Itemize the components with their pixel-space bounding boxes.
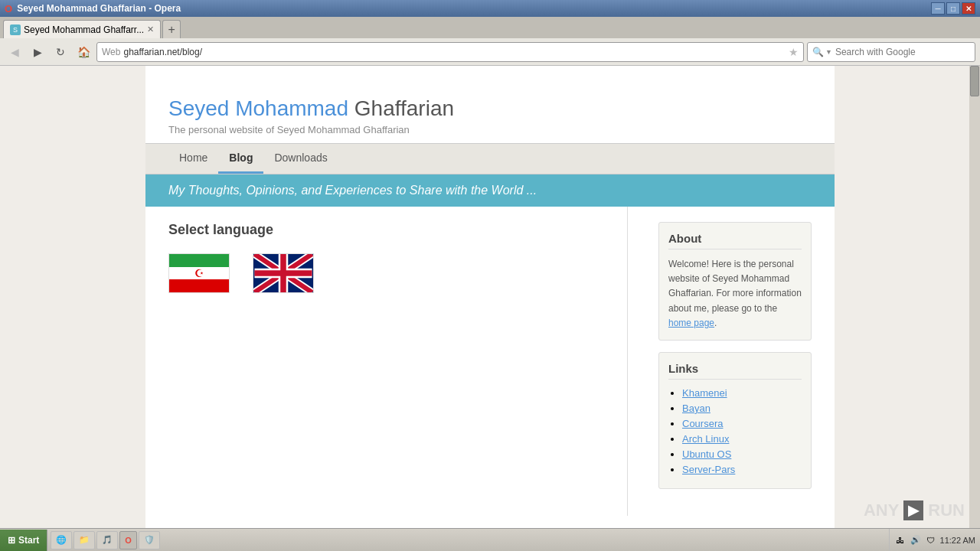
link-bayan[interactable]: Bayan xyxy=(682,403,710,414)
back-button[interactable]: ◀ xyxy=(5,42,24,62)
anyrun-logo: ▶ xyxy=(903,500,923,520)
speaker-icon[interactable]: 🔊 xyxy=(910,534,922,546)
window-title: Seyed Mohammad Ghaffarian - Opera xyxy=(17,3,181,14)
web-page: Seyed Mohammad Ghaffarian The personal w… xyxy=(0,66,980,528)
banner-text: My Thoughts, Opinions, and Experiences t… xyxy=(168,184,537,197)
vertical-scrollbar[interactable] xyxy=(969,66,980,528)
list-item: Coursera xyxy=(682,418,802,429)
search-magnifier-icon: 🔍 xyxy=(812,47,824,57)
search-input[interactable] xyxy=(835,47,970,57)
link-arch-linux[interactable]: Arch Linux xyxy=(682,433,729,445)
page-body: Select language ☪ xyxy=(145,207,835,516)
tab-active[interactable]: S Seyed Mohammad Ghaffarr... ✕ xyxy=(3,20,161,38)
taskbar-app-media[interactable]: 🎵 xyxy=(96,531,118,549)
flags-container: ☪ xyxy=(168,253,612,293)
site-title-first: Seyed Mohammad xyxy=(168,96,348,120)
anyrun-watermark: ANY ▶ RUN xyxy=(864,500,965,520)
bookmark-star[interactable]: ★ xyxy=(789,46,799,58)
antivirus-tray-icon[interactable]: 🛡 xyxy=(925,534,937,546)
link-ubuntu-os[interactable]: Ubuntu OS xyxy=(682,448,731,460)
reload-button[interactable]: ↻ xyxy=(51,42,70,62)
minimize-button[interactable]: ─ xyxy=(931,2,945,15)
media-icon: 🎵 xyxy=(102,535,113,545)
title-bar: O Seyed Mohammad Ghaffarian - Opera ─ □ … xyxy=(0,0,980,17)
close-button[interactable]: ✕ xyxy=(962,2,975,15)
page-nav: Home Blog Downloads xyxy=(145,143,835,174)
address-bar[interactable]: Web ★ xyxy=(96,42,804,62)
home-page-link[interactable]: home page xyxy=(668,318,714,328)
list-item: Ubuntu OS xyxy=(682,448,802,460)
site-title: Seyed Mohammad Ghaffarian xyxy=(168,96,812,121)
site-title-last: Ghaffarian xyxy=(348,96,454,120)
nav-item-downloads[interactable]: Downloads xyxy=(263,144,338,174)
uk-flag-svg xyxy=(253,254,313,292)
search-bar[interactable]: 🔍 ▼ xyxy=(807,42,975,62)
windows-icon: ⊞ xyxy=(8,535,15,546)
sidebar-about-suffix: . xyxy=(714,318,717,328)
start-label: Start xyxy=(18,535,39,546)
scrollbar-thumb[interactable] xyxy=(970,66,979,96)
content-sidebar: About Welcome! Here is the personal webs… xyxy=(643,207,812,516)
title-bar-controls[interactable]: ─ □ ✕ xyxy=(931,2,975,15)
flag-iran-green xyxy=(169,254,229,267)
tab-favicon: S xyxy=(10,24,21,35)
forward-button[interactable]: ▶ xyxy=(28,42,47,62)
ie-icon: 🌐 xyxy=(56,535,67,545)
taskbar-app-ie[interactable]: 🌐 xyxy=(51,531,72,549)
flag-iran-red xyxy=(169,279,229,292)
navigation-bar: ◀ ▶ ↻ 🏠 Web ★ 🔍 ▼ xyxy=(0,38,980,66)
nav-item-home[interactable]: Home xyxy=(168,144,218,174)
anyrun-text2: RUN xyxy=(928,500,965,520)
site-subtitle: The personal website of Seyed Mohammad G… xyxy=(168,124,812,135)
site-header: Seyed Mohammad Ghaffarian The personal w… xyxy=(145,81,835,143)
link-khamenei[interactable]: Khamenei xyxy=(682,387,727,399)
sidebar-about-text: Welcome! Here is the personal website of… xyxy=(668,257,802,331)
taskbar-apps: 🌐 📁 🎵 O 🛡️ xyxy=(47,531,888,549)
search-engine-selector[interactable]: 🔍 ▼ xyxy=(812,47,832,57)
nav-item-blog[interactable]: Blog xyxy=(218,144,263,174)
flag-uk[interactable] xyxy=(253,253,314,293)
home-button[interactable]: 🏠 xyxy=(74,42,93,62)
opera-logo: O xyxy=(5,3,12,15)
page-inner: Seyed Mohammad Ghaffarian The personal w… xyxy=(145,66,835,528)
taskbar-time: 11:22 AM xyxy=(940,536,975,545)
opera-taskbar-icon: O xyxy=(125,536,132,545)
tab-bar: S Seyed Mohammad Ghaffarr... ✕ + xyxy=(0,17,980,38)
list-item: Arch Linux xyxy=(682,433,802,445)
maximize-button[interactable]: □ xyxy=(946,2,960,15)
sidebar-about-content: Welcome! Here is the personal website of… xyxy=(668,259,802,314)
content-main: Select language ☪ xyxy=(168,207,628,516)
list-item: Server-Pars xyxy=(682,464,802,475)
title-bar-left: O Seyed Mohammad Ghaffarian - Opera xyxy=(5,3,181,15)
web-content-area: Seyed Mohammad Ghaffarian The personal w… xyxy=(0,66,980,528)
link-server-pars[interactable]: Server-Pars xyxy=(682,464,735,475)
sidebar-about-title: About xyxy=(668,232,802,249)
address-input[interactable] xyxy=(123,47,786,57)
new-tab-button[interactable]: + xyxy=(162,20,181,38)
sidebar-links: Links Khamenei Bayan Coursera Arch Linux… xyxy=(658,352,812,489)
tab-close-button[interactable]: ✕ xyxy=(147,24,154,34)
link-coursera[interactable]: Coursera xyxy=(682,418,723,429)
taskbar-right: 🖧 🔊 🛡 11:22 AM xyxy=(889,529,980,551)
taskbar: ⊞ Start 🌐 📁 🎵 O 🛡️ 🖧 🔊 🛡 11:22 AM xyxy=(0,528,980,551)
list-item: Khamenei xyxy=(682,387,802,399)
flag-iran-emblem: ☪ xyxy=(194,267,204,279)
taskbar-app-filemanager[interactable]: 📁 xyxy=(74,531,95,549)
search-dropdown-icon[interactable]: ▼ xyxy=(825,48,832,56)
list-item: Bayan xyxy=(682,403,802,414)
flag-iran-white: ☪ xyxy=(169,267,229,280)
taskbar-app-antivirus[interactable]: 🛡️ xyxy=(139,531,160,549)
page-banner: My Thoughts, Opinions, and Experiences t… xyxy=(145,174,835,207)
links-list: Khamenei Bayan Coursera Arch Linux Ubunt… xyxy=(668,387,802,475)
tab-label: Seyed Mohammad Ghaffarr... xyxy=(24,24,144,35)
sidebar-about: About Welcome! Here is the personal webs… xyxy=(658,222,812,341)
start-button[interactable]: ⊞ Start xyxy=(0,530,47,551)
anyrun-text: ANY xyxy=(864,500,899,520)
address-scheme: Web xyxy=(102,47,120,57)
antivirus-icon: 🛡️ xyxy=(144,535,155,545)
flag-iran[interactable]: ☪ xyxy=(168,253,230,293)
network-icon[interactable]: 🖧 xyxy=(894,534,906,546)
section-title: Select language xyxy=(168,222,612,238)
taskbar-app-opera[interactable]: O xyxy=(119,531,137,549)
sidebar-links-title: Links xyxy=(668,362,802,380)
